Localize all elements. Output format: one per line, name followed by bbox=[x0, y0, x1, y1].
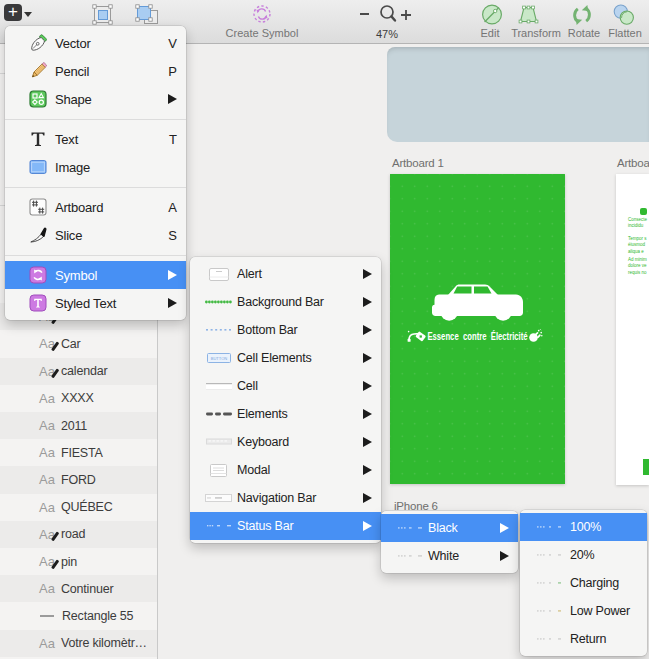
svg-text:BUTTON: BUTTON bbox=[210, 356, 226, 361]
